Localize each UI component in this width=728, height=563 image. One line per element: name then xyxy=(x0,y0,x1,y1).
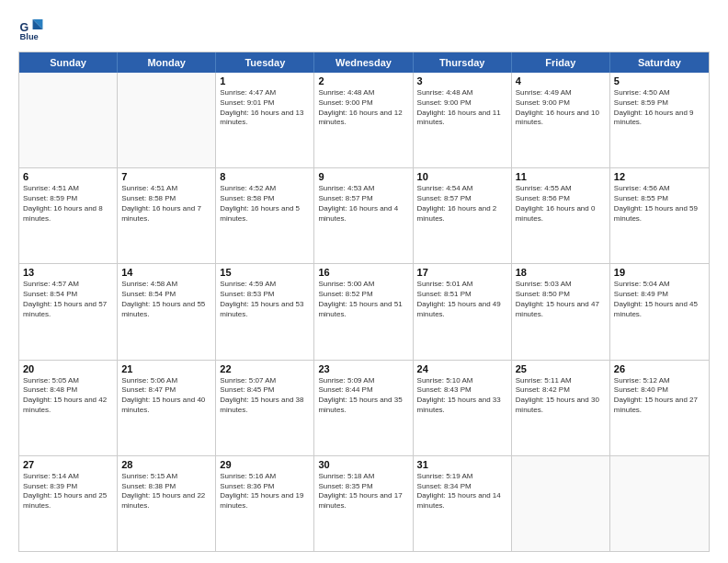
daylight-line: Daylight: 15 hours and 51 minutes. xyxy=(318,300,408,320)
daylight-line: Daylight: 15 hours and 57 minutes. xyxy=(23,300,113,320)
sunset-line: Sunset: 9:00 PM xyxy=(516,98,606,109)
day-number: 21 xyxy=(121,363,211,374)
calendar-header-row: SundayMondayTuesdayWednesdayThursdayFrid… xyxy=(19,52,709,73)
day-number: 16 xyxy=(318,267,408,278)
cal-week-3: 13Sunrise: 4:57 AMSunset: 8:54 PMDayligh… xyxy=(19,263,709,359)
cal-cell: 10Sunrise: 4:54 AMSunset: 8:57 PMDayligh… xyxy=(414,168,512,263)
sunrise-line: Sunrise: 4:48 AM xyxy=(417,88,507,98)
sunset-line: Sunset: 8:43 PM xyxy=(417,385,507,396)
sunset-line: Sunset: 8:38 PM xyxy=(121,482,211,492)
daylight-line: Daylight: 15 hours and 14 minutes. xyxy=(417,491,507,511)
sunrise-line: Sunrise: 5:15 AM xyxy=(121,472,211,482)
sunset-line: Sunset: 8:52 PM xyxy=(318,290,408,300)
sunrise-line: Sunrise: 4:53 AM xyxy=(318,184,408,194)
daylight-line: Daylight: 16 hours and 2 minutes. xyxy=(417,204,507,224)
daylight-line: Daylight: 16 hours and 11 minutes. xyxy=(417,109,507,129)
cal-header-sunday: Sunday xyxy=(19,52,118,73)
cal-week-4: 20Sunrise: 5:05 AMSunset: 8:48 PMDayligh… xyxy=(19,360,709,455)
day-number: 26 xyxy=(614,363,705,374)
day-number: 15 xyxy=(220,267,310,278)
cal-cell: 20Sunrise: 5:05 AMSunset: 8:48 PMDayligh… xyxy=(19,361,118,455)
cal-header-thursday: Thursday xyxy=(414,52,512,73)
cal-cell: 14Sunrise: 4:58 AMSunset: 8:54 PMDayligh… xyxy=(118,264,216,359)
sunrise-line: Sunrise: 5:03 AM xyxy=(516,280,606,290)
sunrise-line: Sunrise: 5:12 AM xyxy=(614,376,705,386)
sunset-line: Sunset: 9:00 PM xyxy=(417,98,507,109)
calendar-body: 1Sunrise: 4:47 AMSunset: 9:01 PMDaylight… xyxy=(19,73,709,551)
day-number: 12 xyxy=(614,171,705,182)
sunset-line: Sunset: 8:48 PM xyxy=(23,385,113,396)
sunrise-line: Sunrise: 4:48 AM xyxy=(318,88,408,98)
sunset-line: Sunset: 8:50 PM xyxy=(516,290,606,300)
sunset-line: Sunset: 8:39 PM xyxy=(23,482,113,492)
day-number: 14 xyxy=(121,267,211,278)
sunset-line: Sunset: 8:44 PM xyxy=(318,385,408,396)
day-number: 3 xyxy=(417,75,507,86)
day-number: 30 xyxy=(318,459,408,470)
cal-cell: 12Sunrise: 4:56 AMSunset: 8:55 PMDayligh… xyxy=(610,168,709,263)
cal-cell xyxy=(512,456,610,551)
logo-icon: G Blue xyxy=(18,17,44,42)
sunrise-line: Sunrise: 5:10 AM xyxy=(417,376,507,386)
sunrise-line: Sunrise: 4:58 AM xyxy=(121,280,211,290)
sunrise-line: Sunrise: 5:18 AM xyxy=(318,472,408,482)
sunrise-line: Sunrise: 5:07 AM xyxy=(220,376,310,386)
sunset-line: Sunset: 8:57 PM xyxy=(417,194,507,204)
day-number: 24 xyxy=(417,363,507,374)
cal-cell: 5Sunrise: 4:50 AMSunset: 8:59 PMDaylight… xyxy=(610,73,709,167)
daylight-line: Daylight: 15 hours and 55 minutes. xyxy=(121,300,211,320)
cal-cell: 19Sunrise: 5:04 AMSunset: 8:49 PMDayligh… xyxy=(610,264,709,359)
daylight-line: Daylight: 15 hours and 40 minutes. xyxy=(121,396,211,416)
daylight-line: Daylight: 15 hours and 27 minutes. xyxy=(614,396,705,416)
day-number: 4 xyxy=(516,75,606,86)
sunrise-line: Sunrise: 5:19 AM xyxy=(417,472,507,482)
sunrise-line: Sunrise: 5:05 AM xyxy=(23,376,113,386)
cal-cell: 7Sunrise: 4:51 AMSunset: 8:58 PMDaylight… xyxy=(118,168,216,263)
daylight-line: Daylight: 15 hours and 17 minutes. xyxy=(318,491,408,511)
sunset-line: Sunset: 8:35 PM xyxy=(318,482,408,492)
sunrise-line: Sunrise: 4:49 AM xyxy=(516,88,606,98)
sunset-line: Sunset: 8:58 PM xyxy=(220,194,310,204)
daylight-line: Daylight: 16 hours and 8 minutes. xyxy=(23,204,113,224)
sunset-line: Sunset: 9:00 PM xyxy=(318,98,408,109)
cal-cell: 28Sunrise: 5:15 AMSunset: 8:38 PMDayligh… xyxy=(118,456,216,551)
day-number: 11 xyxy=(516,171,606,182)
day-number: 10 xyxy=(417,171,507,182)
sunset-line: Sunset: 8:59 PM xyxy=(614,98,705,109)
sunset-line: Sunset: 8:53 PM xyxy=(220,290,310,300)
daylight-line: Daylight: 16 hours and 12 minutes. xyxy=(318,109,408,129)
day-number: 1 xyxy=(220,75,310,86)
cal-header-wednesday: Wednesday xyxy=(314,52,413,73)
cal-cell: 30Sunrise: 5:18 AMSunset: 8:35 PMDayligh… xyxy=(314,456,413,551)
day-number: 19 xyxy=(614,267,705,278)
daylight-line: Daylight: 16 hours and 7 minutes. xyxy=(121,204,211,224)
day-number: 8 xyxy=(220,171,310,182)
sunset-line: Sunset: 8:49 PM xyxy=(614,290,705,300)
daylight-line: Daylight: 15 hours and 33 minutes. xyxy=(417,396,507,416)
daylight-line: Daylight: 16 hours and 10 minutes. xyxy=(516,109,606,129)
cal-cell: 9Sunrise: 4:53 AMSunset: 8:57 PMDaylight… xyxy=(314,168,413,263)
sunrise-line: Sunrise: 4:47 AM xyxy=(220,88,310,98)
day-number: 17 xyxy=(417,267,507,278)
sunset-line: Sunset: 8:55 PM xyxy=(614,194,705,204)
sunset-line: Sunset: 8:42 PM xyxy=(516,385,606,396)
day-number: 18 xyxy=(516,267,606,278)
cal-header-monday: Monday xyxy=(118,52,216,73)
cal-cell xyxy=(610,456,709,551)
daylight-line: Daylight: 15 hours and 35 minutes. xyxy=(318,396,408,416)
daylight-line: Daylight: 15 hours and 30 minutes. xyxy=(516,396,606,416)
cal-header-friday: Friday xyxy=(512,52,610,73)
daylight-line: Daylight: 15 hours and 49 minutes. xyxy=(417,300,507,320)
daylight-line: Daylight: 16 hours and 5 minutes. xyxy=(220,204,310,224)
svg-text:Blue: Blue xyxy=(20,32,39,41)
cal-cell: 16Sunrise: 5:00 AMSunset: 8:52 PMDayligh… xyxy=(314,264,413,359)
sunset-line: Sunset: 8:51 PM xyxy=(417,290,507,300)
day-number: 6 xyxy=(23,171,113,182)
day-number: 5 xyxy=(614,75,705,86)
daylight-line: Daylight: 15 hours and 19 minutes. xyxy=(220,491,310,511)
sunset-line: Sunset: 9:01 PM xyxy=(220,98,310,109)
day-number: 22 xyxy=(220,363,310,374)
daylight-line: Daylight: 15 hours and 59 minutes. xyxy=(614,204,705,224)
daylight-line: Daylight: 15 hours and 38 minutes. xyxy=(220,396,310,416)
daylight-line: Daylight: 15 hours and 25 minutes. xyxy=(23,491,113,511)
